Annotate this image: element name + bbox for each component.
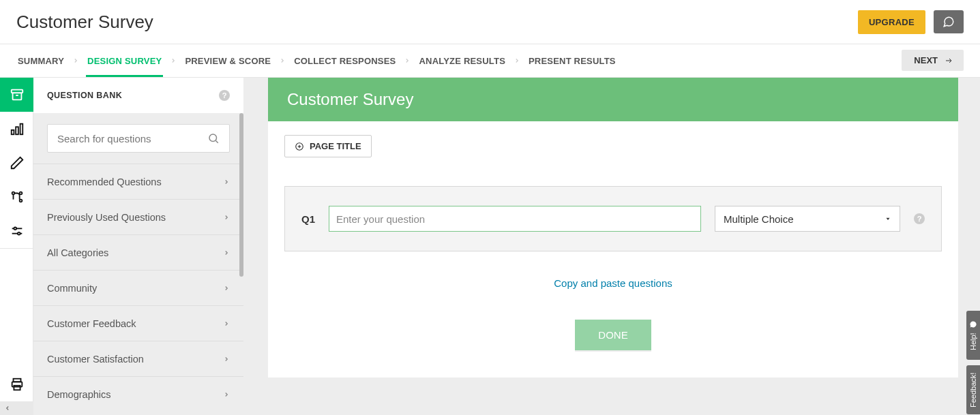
tab-analyze-results[interactable]: ANALYZE RESULTS [417, 56, 507, 66]
help-icon[interactable]: ? [219, 90, 230, 101]
question-type-label: Multiple Choice [724, 213, 794, 225]
chevron-right-icon [72, 57, 79, 64]
chevron-right-icon [223, 318, 230, 329]
rail-collapse[interactable] [0, 401, 33, 415]
svg-point-6 [12, 192, 14, 195]
question-text-input[interactable] [329, 206, 701, 232]
category-demographics[interactable]: Demographics [33, 376, 243, 412]
bar-chart-icon [10, 121, 25, 136]
chevron-right-icon [279, 57, 286, 64]
category-previously-used[interactable]: Previously Used Questions [33, 199, 243, 234]
tab-preview-score[interactable]: PREVIEW & SCORE [183, 56, 272, 66]
help-tab-label: Help! [969, 333, 977, 350]
survey-title-banner: Customer Survey [268, 78, 958, 121]
question-bank-panel: QUESTION BANK ? Recommended Questions Pr… [33, 78, 243, 415]
left-icon-rail [0, 78, 33, 415]
question-number: Q1 [301, 213, 315, 225]
category-recommended-questions[interactable]: Recommended Questions [33, 164, 243, 199]
svg-point-8 [19, 200, 22, 202]
search-input[interactable] [57, 133, 207, 144]
chevron-right-icon [223, 283, 230, 294]
rail-options[interactable] [0, 214, 33, 248]
add-page-title-button[interactable]: PAGE TITLE [284, 135, 372, 157]
chevron-right-icon [223, 354, 230, 365]
category-all-categories[interactable]: All Categories [33, 234, 243, 270]
svg-line-17 [216, 140, 218, 142]
chevron-right-icon [170, 57, 177, 64]
search-icon [207, 132, 220, 144]
chevron-right-icon [223, 212, 230, 223]
category-label: Previously Used Questions [47, 212, 166, 223]
survey-title-text: Customer Survey [287, 90, 413, 109]
tab-present-results[interactable]: PRESENT RESULTS [527, 56, 617, 66]
tab-design-survey[interactable]: DESIGN SURVEY [86, 56, 163, 66]
category-label: All Categories [47, 247, 108, 258]
svg-rect-1 [11, 90, 23, 93]
help-tab[interactable]: Help! [966, 311, 980, 360]
pencil-icon [10, 155, 25, 170]
copy-paste-questions-link[interactable]: Copy and paste questions [554, 277, 672, 289]
category-label: Community [47, 283, 97, 294]
chevron-right-icon [223, 176, 230, 187]
svg-point-11 [14, 228, 16, 230]
category-customer-satisfaction[interactable]: Customer Satisfaction [33, 341, 243, 376]
svg-point-7 [19, 192, 22, 195]
rail-question-bank[interactable] [0, 78, 33, 112]
help-icon[interactable]: ? [914, 213, 925, 224]
chevron-left-icon [4, 405, 11, 412]
question-type-select[interactable]: Multiple Choice [715, 206, 900, 232]
chevron-right-icon [514, 57, 520, 64]
question-card: Q1 Multiple Choice ? [284, 186, 942, 251]
feedback-tab-label: Feedback! [969, 372, 977, 407]
chevron-right-icon [404, 57, 411, 64]
svg-point-16 [209, 134, 217, 142]
arrow-right-icon [943, 57, 954, 65]
tab-collect-responses[interactable]: COLLECT RESPONSES [293, 56, 397, 66]
rail-logic[interactable] [0, 180, 33, 214]
chevron-right-icon [223, 247, 230, 258]
category-label: Customer Feedback [47, 318, 136, 329]
next-button[interactable]: NEXT [902, 50, 964, 71]
svg-rect-4 [16, 127, 18, 134]
category-label: Demographics [47, 389, 111, 400]
search-box[interactable] [47, 124, 230, 153]
tab-summary[interactable]: SUMMARY [16, 56, 65, 66]
rail-builder[interactable] [0, 112, 33, 146]
svg-rect-3 [11, 130, 14, 134]
sliders-icon [10, 224, 25, 239]
chat-icon [941, 16, 956, 28]
chat-button[interactable] [934, 10, 964, 33]
archive-box-icon [10, 87, 25, 102]
done-button[interactable]: DONE [575, 320, 651, 350]
question-bank-title: QUESTION BANK [47, 91, 122, 100]
svg-marker-21 [887, 218, 890, 220]
caret-down-icon [885, 215, 891, 222]
category-label: Customer Satisfaction [47, 354, 144, 365]
next-button-label: NEXT [914, 55, 938, 65]
rail-appearance[interactable] [0, 146, 33, 180]
chevron-right-icon [223, 389, 230, 400]
page-title: Customer Survey [16, 12, 153, 33]
branch-icon [10, 189, 25, 204]
chat-bubble-icon [969, 320, 977, 328]
svg-rect-5 [20, 124, 23, 135]
upgrade-button[interactable]: UPGRADE [858, 10, 925, 34]
rail-print[interactable] [0, 367, 33, 401]
category-customer-feedback[interactable]: Customer Feedback [33, 305, 243, 341]
plus-circle-icon [295, 142, 304, 151]
category-label: Recommended Questions [47, 176, 162, 187]
page-title-label: PAGE TITLE [310, 141, 361, 151]
svg-point-12 [17, 232, 20, 235]
printer-icon [10, 377, 25, 392]
feedback-tab[interactable]: Feedback! [966, 365, 980, 414]
category-community[interactable]: Community [33, 270, 243, 305]
